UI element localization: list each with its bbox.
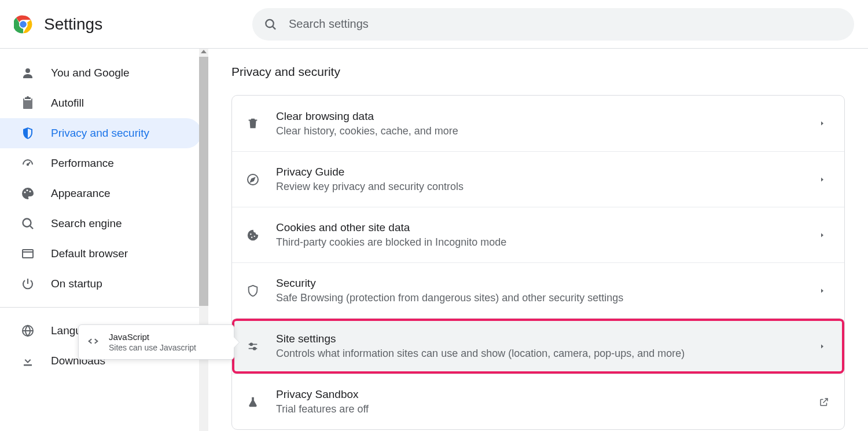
sidebar-item-label: You and Google <box>51 67 130 79</box>
scroll-up-icon[interactable] <box>201 50 207 53</box>
sidebar-item-privacy-security[interactable]: Privacy and security <box>0 118 201 148</box>
sidebar-item-appearance[interactable]: Appearance <box>0 178 201 209</box>
svg-point-5 <box>25 68 30 73</box>
chrome-logo-icon <box>14 15 32 34</box>
sidebar-item-label: Search engine <box>51 217 122 230</box>
sidebar-item-on-startup[interactable]: On startup <box>0 269 201 299</box>
sidebar-item-you-and-google[interactable]: You and Google <box>0 58 201 88</box>
svg-line-12 <box>30 226 33 229</box>
row-subtitle: Trial features are off <box>276 403 819 415</box>
row-title: Privacy Sandbox <box>276 388 819 401</box>
search-icon <box>264 17 277 31</box>
search-bar[interactable] <box>252 8 854 41</box>
row-site-settings[interactable]: Site settings Controls what information … <box>232 318 844 374</box>
row-title: Security <box>276 277 819 290</box>
row-title: Site settings <box>276 333 819 345</box>
download-icon <box>21 354 35 368</box>
row-title: Cookies and other site data <box>276 221 819 234</box>
svg-rect-13 <box>23 250 33 258</box>
code-icon <box>87 335 100 350</box>
clipboard-icon <box>21 96 35 110</box>
globe-icon <box>21 324 35 338</box>
svg-point-7 <box>27 164 28 165</box>
person-icon <box>21 66 35 80</box>
scrollbar-thumb[interactable] <box>199 57 208 306</box>
chevron-right-icon <box>819 176 830 183</box>
trash-icon <box>246 116 260 130</box>
chevron-right-icon <box>819 120 830 127</box>
search-icon <box>21 217 35 231</box>
svg-point-2 <box>20 21 27 28</box>
row-subtitle: Third-party cookies are blocked in Incog… <box>276 236 819 249</box>
svg-point-18 <box>250 233 251 234</box>
sidebar-item-label: Privacy and security <box>51 127 149 140</box>
main-content: Privacy and security Clear browsing data… <box>208 49 868 431</box>
tooltip-subtitle: Sites can use Javascript <box>109 343 196 352</box>
browser-window-icon <box>21 247 35 261</box>
svg-point-24 <box>253 347 256 349</box>
svg-point-11 <box>23 219 31 227</box>
javascript-tooltip: JavaScript Sites can use Javascript <box>78 324 234 360</box>
page-title: Settings <box>44 15 102 34</box>
row-clear-browsing-data[interactable]: Clear browsing data Clear history, cooki… <box>232 96 844 151</box>
sidebar-item-label: Default browser <box>51 247 128 260</box>
sidebar-item-label: Performance <box>51 157 114 170</box>
sidebar-item-label: Appearance <box>51 187 110 200</box>
power-icon <box>21 277 35 291</box>
chevron-right-icon <box>819 343 830 350</box>
sidebar-item-search-engine[interactable]: Search engine <box>0 209 201 239</box>
external-link-icon <box>819 397 830 407</box>
sliders-icon <box>246 339 260 353</box>
sidebar-item-label: On startup <box>51 277 102 290</box>
row-subtitle: Safe Browsing (protection from dangerous… <box>276 292 819 304</box>
svg-point-9 <box>27 189 28 191</box>
shield-outline-icon <box>246 284 260 298</box>
speedometer-icon <box>21 156 35 170</box>
tooltip-title: JavaScript <box>109 332 196 342</box>
sidebar-item-autofill[interactable]: Autofill <box>0 88 201 118</box>
cookie-icon <box>246 228 260 242</box>
svg-rect-16 <box>24 364 32 366</box>
sidebar-divider <box>0 307 208 308</box>
sidebar-item-default-browser[interactable]: Default browser <box>0 239 201 269</box>
row-privacy-guide[interactable]: Privacy Guide Review key privacy and sec… <box>232 151 844 207</box>
row-security[interactable]: Security Safe Browsing (protection from … <box>232 262 844 318</box>
svg-point-19 <box>251 236 252 238</box>
header: Settings <box>0 0 868 49</box>
settings-card: Clear browsing data Clear history, cooki… <box>231 95 845 430</box>
svg-point-20 <box>254 235 255 236</box>
search-input[interactable] <box>289 17 843 31</box>
palette-icon <box>21 187 35 200</box>
row-privacy-sandbox[interactable]: Privacy Sandbox Trial features are off <box>232 374 844 429</box>
svg-point-23 <box>250 343 252 345</box>
svg-point-8 <box>24 192 26 193</box>
body: You and Google Autofill Privacy and secu… <box>0 49 868 431</box>
sidebar: You and Google Autofill Privacy and secu… <box>0 49 208 431</box>
sidebar-item-performance[interactable]: Performance <box>0 148 201 178</box>
svg-point-3 <box>266 19 273 27</box>
sidebar-item-label: Autofill <box>51 97 84 109</box>
compass-icon <box>246 173 260 187</box>
svg-point-10 <box>30 191 31 192</box>
row-cookies[interactable]: Cookies and other site data Third-party … <box>232 207 844 262</box>
row-subtitle: Controls what information sites can use … <box>276 348 819 360</box>
chevron-right-icon <box>819 232 830 239</box>
chevron-right-icon <box>819 287 830 294</box>
row-title: Clear browsing data <box>276 110 819 123</box>
flask-icon <box>246 395 260 409</box>
section-title: Privacy and security <box>231 65 845 79</box>
svg-line-4 <box>273 26 275 29</box>
row-subtitle: Review key privacy and security controls <box>276 181 819 193</box>
shield-icon <box>21 126 35 140</box>
scrollbar-track[interactable] <box>199 49 208 431</box>
row-title: Privacy Guide <box>276 166 819 178</box>
row-subtitle: Clear history, cookies, cache, and more <box>276 125 819 137</box>
